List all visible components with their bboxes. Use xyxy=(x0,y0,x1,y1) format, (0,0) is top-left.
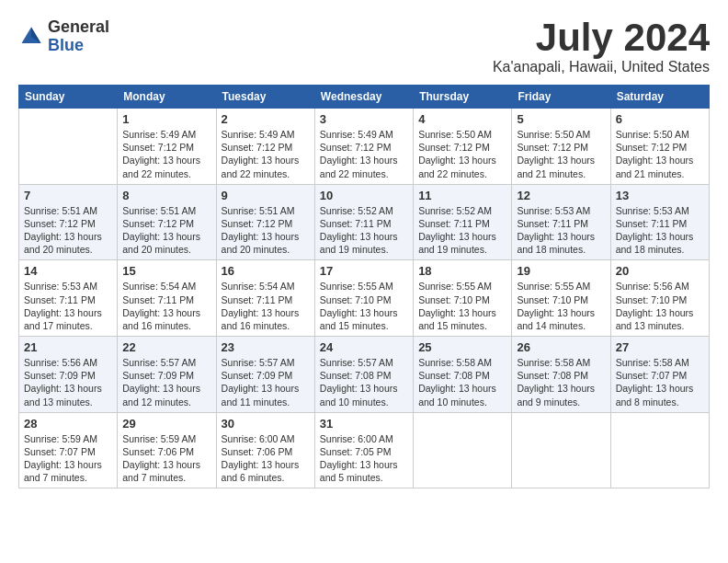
day-number: 7 xyxy=(24,189,112,202)
day-number: 5 xyxy=(517,112,605,126)
calendar-cell: 1Sunrise: 5:49 AM Sunset: 7:12 PM Daylig… xyxy=(118,109,216,185)
calendar-cell: 25Sunrise: 5:58 AM Sunset: 7:08 PM Dayli… xyxy=(414,337,512,413)
header: General Blue July 2024 Ka'anapali, Hawai… xyxy=(18,18,710,75)
day-number: 6 xyxy=(616,112,704,126)
day-number: 25 xyxy=(418,340,506,354)
day-number: 29 xyxy=(122,417,210,431)
day-info: Sunrise: 5:58 AM Sunset: 7:08 PM Dayligh… xyxy=(418,356,506,408)
day-number: 27 xyxy=(616,340,704,354)
day-info: Sunrise: 5:59 AM Sunset: 7:07 PM Dayligh… xyxy=(24,432,112,485)
calendar-cell: 31Sunrise: 6:00 AM Sunset: 7:05 PM Dayli… xyxy=(314,412,413,488)
day-number: 2 xyxy=(222,112,310,126)
day-info: Sunrise: 5:51 AM Sunset: 7:12 PM Dayligh… xyxy=(24,204,112,257)
day-info: Sunrise: 5:58 AM Sunset: 7:08 PM Dayligh… xyxy=(517,356,605,408)
day-number: 15 xyxy=(122,264,210,278)
day-info: Sunrise: 6:00 AM Sunset: 7:06 PM Dayligh… xyxy=(222,432,310,485)
week-row-4: 28Sunrise: 5:59 AM Sunset: 7:07 PM Dayli… xyxy=(19,412,710,488)
day-info: Sunrise: 5:57 AM Sunset: 7:08 PM Dayligh… xyxy=(320,356,408,408)
day-info: Sunrise: 5:57 AM Sunset: 7:09 PM Dayligh… xyxy=(222,356,310,408)
day-info: Sunrise: 5:52 AM Sunset: 7:11 PM Dayligh… xyxy=(418,204,506,257)
day-info: Sunrise: 5:51 AM Sunset: 7:12 PM Dayligh… xyxy=(222,204,310,257)
calendar-cell: 9Sunrise: 5:51 AM Sunset: 7:12 PM Daylig… xyxy=(216,184,314,260)
calendar-cell: 26Sunrise: 5:58 AM Sunset: 7:08 PM Dayli… xyxy=(512,337,610,413)
day-info: Sunrise: 5:55 AM Sunset: 7:10 PM Dayligh… xyxy=(320,280,408,332)
day-info: Sunrise: 5:56 AM Sunset: 7:10 PM Dayligh… xyxy=(616,280,704,332)
day-number: 24 xyxy=(320,340,408,354)
calendar-cell xyxy=(610,412,709,488)
day-number: 12 xyxy=(517,189,605,202)
day-info: Sunrise: 5:49 AM Sunset: 7:12 PM Dayligh… xyxy=(320,128,408,180)
day-info: Sunrise: 5:51 AM Sunset: 7:12 PM Dayligh… xyxy=(122,204,210,257)
calendar-cell xyxy=(512,412,610,488)
day-number: 9 xyxy=(222,189,310,202)
calendar-cell: 2Sunrise: 5:49 AM Sunset: 7:12 PM Daylig… xyxy=(216,109,314,185)
week-row-2: 14Sunrise: 5:53 AM Sunset: 7:11 PM Dayli… xyxy=(19,260,710,337)
day-number: 16 xyxy=(222,264,310,278)
calendar-cell: 6Sunrise: 5:50 AM Sunset: 7:12 PM Daylig… xyxy=(610,109,709,185)
calendar-cell: 20Sunrise: 5:56 AM Sunset: 7:10 PM Dayli… xyxy=(610,260,709,337)
day-number: 13 xyxy=(616,189,704,202)
title-area: July 2024 Ka'anapali, Hawaii, United Sta… xyxy=(493,18,710,75)
calendar-table: Sunday Monday Tuesday Wednesday Thursday… xyxy=(18,85,710,488)
week-row-1: 7Sunrise: 5:51 AM Sunset: 7:12 PM Daylig… xyxy=(19,184,710,260)
calendar-cell: 17Sunrise: 5:55 AM Sunset: 7:10 PM Dayli… xyxy=(314,260,413,337)
calendar-cell xyxy=(414,412,512,488)
day-info: Sunrise: 5:49 AM Sunset: 7:12 PM Dayligh… xyxy=(222,128,310,180)
day-number: 14 xyxy=(24,264,112,278)
calendar-cell: 21Sunrise: 5:56 AM Sunset: 7:09 PM Dayli… xyxy=(19,337,118,413)
day-number: 30 xyxy=(222,417,310,431)
day-number: 1 xyxy=(122,112,210,126)
day-number: 31 xyxy=(320,417,408,431)
calendar-cell: 15Sunrise: 5:54 AM Sunset: 7:11 PM Dayli… xyxy=(118,260,216,337)
calendar-cell: 12Sunrise: 5:53 AM Sunset: 7:11 PM Dayli… xyxy=(512,184,610,260)
day-number: 21 xyxy=(24,340,112,354)
col-friday: Friday xyxy=(512,86,610,109)
day-info: Sunrise: 5:59 AM Sunset: 7:06 PM Dayligh… xyxy=(122,432,210,485)
calendar-cell: 22Sunrise: 5:57 AM Sunset: 7:09 PM Dayli… xyxy=(118,337,216,413)
header-row: Sunday Monday Tuesday Wednesday Thursday… xyxy=(19,86,710,109)
day-info: Sunrise: 5:50 AM Sunset: 7:12 PM Dayligh… xyxy=(517,128,605,180)
day-info: Sunrise: 5:52 AM Sunset: 7:11 PM Dayligh… xyxy=(320,204,408,257)
calendar-cell: 10Sunrise: 5:52 AM Sunset: 7:11 PM Dayli… xyxy=(314,184,413,260)
day-number: 26 xyxy=(517,340,605,354)
week-row-3: 21Sunrise: 5:56 AM Sunset: 7:09 PM Dayli… xyxy=(19,337,710,413)
calendar-cell: 13Sunrise: 5:53 AM Sunset: 7:11 PM Dayli… xyxy=(610,184,709,260)
calendar-cell: 27Sunrise: 5:58 AM Sunset: 7:07 PM Dayli… xyxy=(610,337,709,413)
week-row-0: 1Sunrise: 5:49 AM Sunset: 7:12 PM Daylig… xyxy=(19,109,710,185)
calendar-cell: 14Sunrise: 5:53 AM Sunset: 7:11 PM Dayli… xyxy=(19,260,118,337)
calendar-cell: 7Sunrise: 5:51 AM Sunset: 7:12 PM Daylig… xyxy=(19,184,118,260)
day-number: 11 xyxy=(418,189,506,202)
col-tuesday: Tuesday xyxy=(216,86,314,109)
day-info: Sunrise: 5:53 AM Sunset: 7:11 PM Dayligh… xyxy=(517,204,605,257)
day-info: Sunrise: 5:55 AM Sunset: 7:10 PM Dayligh… xyxy=(418,280,506,332)
month-title: July 2024 xyxy=(493,18,710,57)
col-wednesday: Wednesday xyxy=(314,86,413,109)
day-info: Sunrise: 5:53 AM Sunset: 7:11 PM Dayligh… xyxy=(616,204,704,257)
logo: General Blue xyxy=(18,18,109,55)
calendar-cell: 30Sunrise: 6:00 AM Sunset: 7:06 PM Dayli… xyxy=(216,412,314,488)
day-info: Sunrise: 5:54 AM Sunset: 7:11 PM Dayligh… xyxy=(122,280,210,332)
logo-blue-text: Blue xyxy=(48,37,109,55)
logo-icon xyxy=(18,24,44,50)
col-saturday: Saturday xyxy=(610,86,709,109)
day-number: 23 xyxy=(222,340,310,354)
day-info: Sunrise: 5:57 AM Sunset: 7:09 PM Dayligh… xyxy=(122,356,210,408)
day-number: 17 xyxy=(320,264,408,278)
calendar-cell: 4Sunrise: 5:50 AM Sunset: 7:12 PM Daylig… xyxy=(414,109,512,185)
calendar-cell: 19Sunrise: 5:55 AM Sunset: 7:10 PM Dayli… xyxy=(512,260,610,337)
day-number: 3 xyxy=(320,112,408,126)
location-title: Ka'anapali, Hawaii, United States xyxy=(493,59,710,75)
day-number: 19 xyxy=(517,264,605,278)
day-info: Sunrise: 5:53 AM Sunset: 7:11 PM Dayligh… xyxy=(24,280,112,332)
col-monday: Monday xyxy=(118,86,216,109)
calendar-cell: 16Sunrise: 5:54 AM Sunset: 7:11 PM Dayli… xyxy=(216,260,314,337)
day-info: Sunrise: 5:54 AM Sunset: 7:11 PM Dayligh… xyxy=(222,280,310,332)
calendar-cell: 18Sunrise: 5:55 AM Sunset: 7:10 PM Dayli… xyxy=(414,260,512,337)
logo-text: General Blue xyxy=(48,18,109,55)
day-info: Sunrise: 5:55 AM Sunset: 7:10 PM Dayligh… xyxy=(517,280,605,332)
calendar-cell: 3Sunrise: 5:49 AM Sunset: 7:12 PM Daylig… xyxy=(314,109,413,185)
calendar-cell: 24Sunrise: 5:57 AM Sunset: 7:08 PM Dayli… xyxy=(314,337,413,413)
day-number: 10 xyxy=(320,189,408,202)
calendar-cell xyxy=(19,109,118,185)
calendar-cell: 5Sunrise: 5:50 AM Sunset: 7:12 PM Daylig… xyxy=(512,109,610,185)
